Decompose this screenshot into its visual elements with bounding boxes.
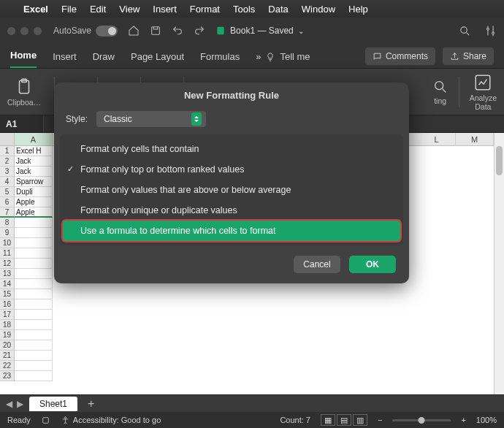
menu-data[interactable]: Data xyxy=(268,4,288,15)
option-cells-contain[interactable]: Format only cells that contain xyxy=(60,139,403,159)
tell-me[interactable]: Tell me xyxy=(280,51,310,62)
row-header[interactable]: 18 xyxy=(0,320,15,330)
cell[interactable] xyxy=(15,340,53,351)
vertical-scrollbar[interactable] xyxy=(494,133,504,396)
cell[interactable] xyxy=(15,361,53,371)
cell[interactable] xyxy=(15,310,53,320)
table-row[interactable]: 19 xyxy=(0,330,504,340)
cell[interactable] xyxy=(15,351,53,361)
view-buttons[interactable]: ▦ ▤ ▥ xyxy=(321,414,367,426)
row-header[interactable]: 19 xyxy=(0,330,15,340)
row-header[interactable]: 16 xyxy=(0,299,15,310)
menu-app-name[interactable]: Excel xyxy=(23,4,48,15)
table-row[interactable]: 21 xyxy=(0,351,504,361)
editing-group[interactable]: ting xyxy=(432,79,448,105)
clipboard-group[interactable]: Clipboa… xyxy=(7,77,41,107)
add-sheet-button[interactable]: + xyxy=(83,397,99,410)
row-header[interactable]: 10 xyxy=(0,238,15,248)
menu-view[interactable]: View xyxy=(119,4,140,15)
option-above-below-avg[interactable]: Format only values that are above or bel… xyxy=(60,180,403,200)
autosave-toggle[interactable] xyxy=(96,26,118,37)
row-header[interactable]: 15 xyxy=(0,289,15,299)
tab-page-layout[interactable]: Page Layout xyxy=(131,51,184,68)
menu-format[interactable]: Format xyxy=(190,4,220,15)
cell[interactable] xyxy=(15,289,53,299)
row-header[interactable]: 7 xyxy=(0,207,15,218)
cell[interactable] xyxy=(15,269,53,279)
page-layout-view-icon[interactable]: ▤ xyxy=(337,414,351,426)
col-header-m[interactable]: M xyxy=(456,133,494,145)
row-header[interactable]: 11 xyxy=(0,248,15,259)
menu-tools[interactable]: Tools xyxy=(233,4,255,15)
home-icon[interactable] xyxy=(128,25,140,37)
redo-icon[interactable] xyxy=(194,25,205,37)
normal-view-icon[interactable]: ▦ xyxy=(321,414,335,426)
macro-record-icon[interactable] xyxy=(41,416,50,425)
undo-icon[interactable] xyxy=(172,25,183,37)
table-row[interactable]: 22 xyxy=(0,361,504,371)
table-row[interactable]: 17 xyxy=(0,310,504,320)
style-select[interactable]: Classic xyxy=(96,111,206,127)
row-header[interactable]: 23 xyxy=(0,371,15,381)
row-header[interactable]: 2 xyxy=(0,156,15,167)
cell[interactable] xyxy=(15,320,53,330)
row-header[interactable]: 20 xyxy=(0,340,15,351)
option-formula[interactable]: Use a formula to determine which cells t… xyxy=(63,221,400,241)
tab-formulas[interactable]: Formulas xyxy=(200,51,240,68)
traffic-lights[interactable] xyxy=(7,27,42,35)
row-header[interactable]: 9 xyxy=(0,228,15,238)
cancel-button[interactable]: Cancel xyxy=(294,256,340,273)
row-header[interactable]: 5 xyxy=(0,187,15,197)
save-icon[interactable] xyxy=(150,25,161,37)
page-break-view-icon[interactable]: ▥ xyxy=(353,414,367,426)
tab-draw[interactable]: Draw xyxy=(93,51,115,68)
row-header[interactable]: 3 xyxy=(0,167,15,177)
name-box[interactable]: A1 xyxy=(0,115,44,132)
cell[interactable] xyxy=(15,371,53,381)
sheet-next-icon[interactable]: ▶ xyxy=(17,399,23,409)
settings-icon[interactable] xyxy=(484,25,497,37)
cell[interactable]: Dupli xyxy=(15,187,53,197)
sheet-prev-icon[interactable]: ◀ xyxy=(6,399,12,409)
table-row[interactable]: 15 xyxy=(0,289,504,299)
sheet-tab-sheet1[interactable]: Sheet1 xyxy=(29,397,77,411)
zoom-out-button[interactable]: − xyxy=(378,416,382,424)
row-header[interactable]: 4 xyxy=(0,177,15,187)
accessibility-status[interactable]: Accessibility: Good to go xyxy=(73,416,161,424)
cell[interactable] xyxy=(15,248,53,259)
zoom-level[interactable]: 100% xyxy=(476,416,497,424)
comments-button[interactable]: Comments xyxy=(365,47,435,65)
col-header-l[interactable]: L xyxy=(418,133,456,145)
row-header[interactable]: 12 xyxy=(0,259,15,269)
cell[interactable] xyxy=(15,279,53,289)
table-row[interactable]: 20 xyxy=(0,340,504,351)
row-header[interactable]: 14 xyxy=(0,279,15,289)
table-row[interactable]: 16 xyxy=(0,299,504,310)
row-header[interactable]: 1 xyxy=(0,146,15,156)
cell[interactable]: Jack xyxy=(15,167,53,177)
row-header[interactable]: 8 xyxy=(0,218,15,228)
share-button[interactable]: Share xyxy=(443,47,494,65)
table-row[interactable]: 23 xyxy=(0,371,504,381)
option-top-bottom[interactable]: Format only top or bottom ranked values xyxy=(60,159,403,180)
menu-edit[interactable]: Edit xyxy=(90,4,106,15)
select-all-corner[interactable] xyxy=(0,133,15,145)
tab-home[interactable]: Home xyxy=(10,50,37,68)
cell[interactable]: Sparrow xyxy=(15,177,53,187)
row-header[interactable]: 22 xyxy=(0,361,15,371)
analyze-data-button[interactable]: Analyze Data xyxy=(470,73,497,111)
menu-window[interactable]: Window xyxy=(302,4,335,15)
tabs-overflow-icon[interactable]: » xyxy=(256,51,261,62)
option-unique-duplicate[interactable]: Format only unique or duplicate values xyxy=(60,200,403,221)
ok-button[interactable]: OK xyxy=(349,256,396,273)
cell[interactable]: Jack xyxy=(15,156,53,167)
zoom-slider[interactable] xyxy=(392,419,451,421)
menu-file[interactable]: File xyxy=(61,4,77,15)
cell[interactable] xyxy=(15,259,53,269)
cell[interactable] xyxy=(15,330,53,340)
cell[interactable] xyxy=(15,228,53,238)
cell[interactable]: Excel H xyxy=(15,146,53,156)
menu-help[interactable]: Help xyxy=(348,4,368,15)
tab-insert[interactable]: Insert xyxy=(53,51,77,68)
cell[interactable] xyxy=(15,218,53,228)
